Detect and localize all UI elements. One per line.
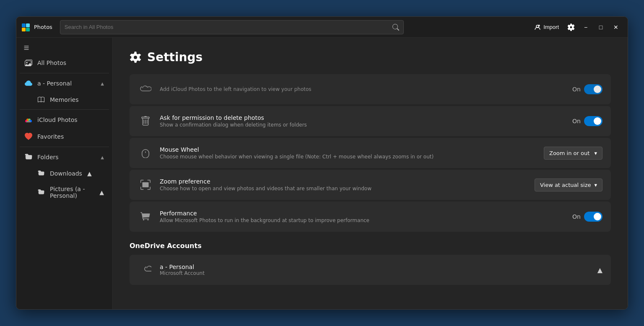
performance-card: Performance Allow Microsoft Photos to ru… [130,202,611,232]
mouse-wheel-title: Mouse Wheel [160,146,537,153]
close-button[interactable]: ✕ [609,21,623,34]
search-input[interactable] [65,24,392,30]
performance-desc: Allow Microsoft Photos to run in the bac… [160,217,566,223]
delete-toggle[interactable] [584,116,602,126]
svg-rect-1 [26,23,30,27]
onedrive-icon [138,262,153,277]
mouse-wheel-card: Mouse Wheel Choose mouse wheel behavior … [130,138,611,168]
icloud-toggle[interactable] [584,84,602,94]
gear-icon [567,23,575,31]
icloud-toggle-control: On [572,84,602,94]
performance-title: Performance [160,210,566,217]
downloads-label: Downloads [50,170,82,177]
delete-toggle-control: On [572,116,602,126]
zoom-icon [138,177,153,192]
settings-gear-icon [130,52,141,63]
search-bar[interactable] [60,20,404,34]
hamburger-icon [23,44,30,51]
import-button[interactable]: Import [530,22,563,32]
onedrive-account-name: a - Personal [160,264,205,270]
downloads-folder-icon [37,170,45,177]
all-photos-icon [25,59,32,67]
svg-rect-9 [26,121,31,122]
import-icon [534,24,541,31]
icloud-label: iCloud Photos [37,116,78,123]
zoom-pref-dropdown[interactable]: View at actual size ▾ [535,179,602,191]
performance-toggle-control: On [572,212,602,222]
icloud-icon [25,116,32,124]
settings-title: Settings [147,50,203,64]
icloud-setting-text: Add iCloud Photos to the left navigation… [160,86,566,92]
hamburger-menu[interactable] [16,41,112,54]
minimize-button[interactable]: − [579,21,592,34]
onedrive-chevron: ▲ [597,266,602,274]
cloud-icon [25,80,32,87]
memories-label: Memories [50,96,78,103]
performance-toggle[interactable] [584,212,602,222]
icloud-setting-icon [138,82,153,97]
sidebar-item-all-photos[interactable]: All Photos [18,55,111,71]
onedrive-account-card[interactable]: a - Personal Microsoft Account ▲ [130,255,611,285]
sidebar-item-personal[interactable]: a - Personal ▲ [18,75,111,91]
svg-rect-0 [22,23,26,27]
mouse-wheel-value: Zoom in or out [549,150,589,156]
onedrive-section-title: OneDrive Accounts [130,242,611,250]
app-window: Photos Import − □ ✕ [16,16,628,310]
mouse-wheel-desc: Choose mouse wheel behavior when viewing… [160,154,537,160]
folders-chevron: ▲ [101,155,104,160]
maximize-button[interactable]: □ [594,21,608,34]
personal-chevron: ▲ [101,81,104,86]
performance-icon [138,209,153,224]
settings-button[interactable] [565,21,577,34]
icloud-setting-card: Add iCloud Photos to the left navigation… [130,74,611,104]
mouse-wheel-text: Mouse Wheel Choose mouse wheel behavior … [160,146,537,160]
zoom-preference-card: Zoom preference Choose how to open and v… [130,170,611,200]
pictures-folder-icon [37,189,45,196]
mouse-wheel-dropdown[interactable]: Zoom in or out ▾ [544,147,602,160]
sidebar-item-folders[interactable]: Folders ▲ [18,149,111,165]
mouse-wheel-dropdown-control: Zoom in or out ▾ [544,147,602,160]
folder-icon [25,153,32,161]
titlebar-actions: Import − □ ✕ [530,21,623,34]
sidebar-item-memories[interactable]: Memories [18,92,111,107]
downloads-chevron: ▲ [87,170,92,177]
content-area: Settings Add iCloud Photos to the left n… [113,38,628,309]
all-photos-label: All Photos [37,60,66,66]
sidebar-item-icloud[interactable]: iCloud Photos [18,112,111,128]
zoom-pref-dropdown-control: View at actual size ▾ [535,179,602,191]
search-icon [392,24,399,31]
pictures-chevron: ▲ [99,189,104,196]
zoom-pref-desc: Choose how to open and view photos and v… [160,186,528,191]
mouse-wheel-chevron: ▾ [594,150,597,156]
mouse-icon [138,145,153,160]
sidebar-divider-1 [20,73,109,73]
icloud-toggle-label: On [572,86,581,93]
svg-rect-2 [22,28,26,31]
zoom-pref-chevron: ▾ [594,182,597,188]
app-title: Photos [34,24,52,30]
settings-heading: Settings [130,50,611,64]
onedrive-account-type: Microsoft Account [160,270,205,276]
performance-toggle-label: On [572,213,581,220]
zoom-pref-title: Zoom preference [160,178,528,185]
app-icon [21,23,30,31]
sidebar-item-downloads[interactable]: Downloads ▲ [18,166,111,181]
zoom-pref-value: View at actual size [540,182,591,188]
performance-text: Performance Allow Microsoft Photos to ru… [160,210,566,223]
titlebar: Photos Import − □ ✕ [16,17,628,38]
trash-icon [138,114,153,129]
sidebar-divider-2 [20,109,109,110]
zoom-pref-text: Zoom preference Choose how to open and v… [160,178,528,191]
pictures-label: Pictures (a - Personal) [50,186,94,199]
sidebar-item-favorites[interactable]: Favorites [18,129,111,145]
onedrive-account-text: a - Personal Microsoft Account [160,264,205,276]
svg-rect-3 [26,28,30,31]
sidebar-item-pictures[interactable]: Pictures (a - Personal) ▲ [18,182,111,203]
personal-label: a - Personal [37,80,72,87]
main-content: All Photos a - Personal ▲ Memori [16,38,628,309]
icloud-description: Add iCloud Photos to the left navigation… [160,86,566,92]
memories-icon [37,96,45,103]
delete-permission-card: Ask for permission to delete photos Show… [130,106,611,136]
delete-toggle-label: On [572,118,581,124]
delete-permission-desc: Show a confirmation dialog when deleting… [160,122,566,128]
